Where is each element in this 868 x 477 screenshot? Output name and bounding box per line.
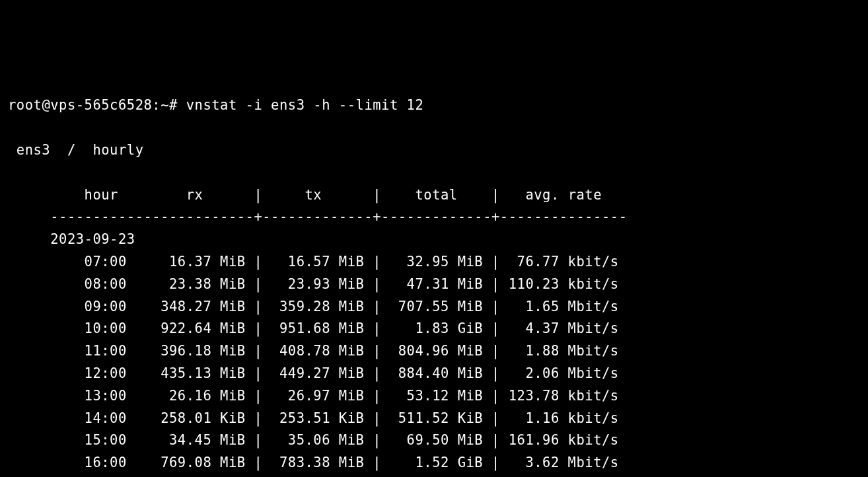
table-row: 10:00 922.64 MiB | 951.68 MiB | 1.83 GiB… bbox=[8, 320, 619, 336]
cell-rate: 110.23 kbit/s bbox=[500, 276, 619, 292]
col-rate: avg. rate bbox=[525, 187, 602, 203]
header-separator: / bbox=[67, 142, 76, 158]
cell-tx: 16.57 MiB bbox=[262, 254, 364, 270]
cell-rx: 769.08 MiB bbox=[127, 455, 246, 470]
cell-total: 884.40 MiB bbox=[381, 365, 483, 381]
cell-rate: 1.65 Mbit/s bbox=[500, 299, 619, 314]
table-row: 11:00 396.18 MiB | 408.78 MiB | 804.96 M… bbox=[8, 343, 619, 359]
cell-rate: 1.88 Mbit/s bbox=[500, 343, 619, 359]
cell-hour: 13:00 bbox=[8, 388, 127, 404]
cell-hour: 10:00 bbox=[8, 320, 127, 336]
cell-hour: 07:00 bbox=[8, 254, 127, 270]
cell-rate: 4.37 Mbit/s bbox=[500, 320, 619, 336]
cell-tx: 408.78 MiB bbox=[262, 343, 364, 359]
command-line[interactable]: vnstat -i ens3 -h --limit 12 bbox=[186, 97, 424, 113]
table-header-row: hour rx | tx | total | avg. rate bbox=[8, 187, 602, 203]
cell-tx: 359.28 MiB bbox=[262, 299, 364, 314]
cell-rate: 1.16 kbit/s bbox=[500, 410, 619, 426]
cell-hour: 09:00 bbox=[8, 299, 127, 314]
cell-rx: 348.27 MiB bbox=[127, 299, 246, 314]
cell-total: 707.55 MiB bbox=[381, 299, 483, 314]
date-label: 2023-09-23 bbox=[50, 231, 135, 247]
interface-name: ens3 bbox=[17, 142, 50, 158]
cell-total: 53.12 MiB bbox=[381, 388, 483, 404]
cell-tx: 35.06 MiB bbox=[262, 432, 364, 448]
table-row: 07:00 16.37 MiB | 16.57 MiB | 32.95 MiB … bbox=[8, 254, 619, 270]
cell-tx: 23.93 MiB bbox=[262, 276, 364, 292]
cell-rx: 34.45 MiB bbox=[127, 432, 246, 448]
cell-tx: 449.27 MiB bbox=[262, 365, 364, 381]
table-row: 12:00 435.13 MiB | 449.27 MiB | 884.40 M… bbox=[8, 365, 619, 381]
cell-rx: 396.18 MiB bbox=[127, 343, 246, 359]
col-rx: rx bbox=[186, 187, 203, 203]
cell-tx: 253.51 KiB bbox=[262, 410, 364, 426]
cell-rx: 258.01 KiB bbox=[127, 410, 246, 426]
prompt-symbol: # bbox=[169, 97, 178, 113]
table-row: 09:00 348.27 MiB | 359.28 MiB | 707.55 M… bbox=[8, 299, 619, 314]
cell-rate: 161.96 kbit/s bbox=[500, 432, 619, 448]
cell-hour: 16:00 bbox=[8, 455, 127, 470]
cell-hour: 12:00 bbox=[8, 365, 127, 381]
cell-tx: 783.38 MiB bbox=[262, 455, 364, 470]
col-tx: tx bbox=[305, 187, 322, 203]
cell-total: 69.50 MiB bbox=[381, 432, 483, 448]
cell-tx: 26.97 MiB bbox=[262, 388, 364, 404]
table-row: 14:00 258.01 KiB | 253.51 KiB | 511.52 K… bbox=[8, 410, 619, 426]
cell-hour: 15:00 bbox=[8, 432, 127, 448]
cell-hour: 08:00 bbox=[8, 276, 127, 292]
table-row: 16:00 769.08 MiB | 783.38 MiB | 1.52 GiB… bbox=[8, 455, 619, 470]
table-row: 15:00 34.45 MiB | 35.06 MiB | 69.50 MiB … bbox=[8, 432, 619, 448]
col-hour: hour bbox=[85, 187, 118, 203]
cell-total: 47.31 MiB bbox=[381, 276, 483, 292]
cell-hour: 11:00 bbox=[8, 343, 127, 359]
cell-rx: 435.13 MiB bbox=[127, 365, 246, 381]
col-total: total bbox=[415, 187, 457, 203]
cell-rate: 3.62 Mbit/s bbox=[500, 455, 619, 470]
prompt-path: ~ bbox=[161, 97, 169, 113]
terminal-output: root@vps-565c6528:~# vnstat -i ens3 -h -… bbox=[8, 94, 860, 477]
prompt-user: root bbox=[8, 97, 42, 113]
prompt-host: vps-565c6528 bbox=[50, 97, 152, 113]
cell-rx: 16.37 MiB bbox=[127, 254, 246, 270]
table-row: 13:00 26.16 MiB | 26.97 MiB | 53.12 MiB … bbox=[8, 388, 619, 404]
cell-total: 1.83 GiB bbox=[381, 320, 483, 336]
cell-rx: 922.64 MiB bbox=[127, 320, 246, 336]
cell-rx: 23.38 MiB bbox=[127, 276, 246, 292]
cell-total: 804.96 MiB bbox=[381, 343, 483, 359]
cell-rx: 26.16 MiB bbox=[127, 388, 246, 404]
cell-rate: 2.06 Mbit/s bbox=[500, 365, 619, 381]
cell-rate: 76.77 kbit/s bbox=[500, 254, 619, 270]
table-row: 08:00 23.38 MiB | 23.93 MiB | 47.31 MiB … bbox=[8, 276, 619, 292]
cell-hour: 14:00 bbox=[8, 410, 127, 426]
cell-rate: 123.78 kbit/s bbox=[500, 388, 619, 404]
cell-total: 32.95 MiB bbox=[381, 254, 483, 270]
cell-total: 511.52 KiB bbox=[381, 410, 483, 426]
cell-tx: 951.68 MiB bbox=[262, 320, 364, 336]
cell-total: 1.52 GiB bbox=[381, 455, 483, 470]
mode-label: hourly bbox=[92, 142, 143, 158]
shell-prompt: root@vps-565c6528:~# bbox=[8, 97, 178, 113]
